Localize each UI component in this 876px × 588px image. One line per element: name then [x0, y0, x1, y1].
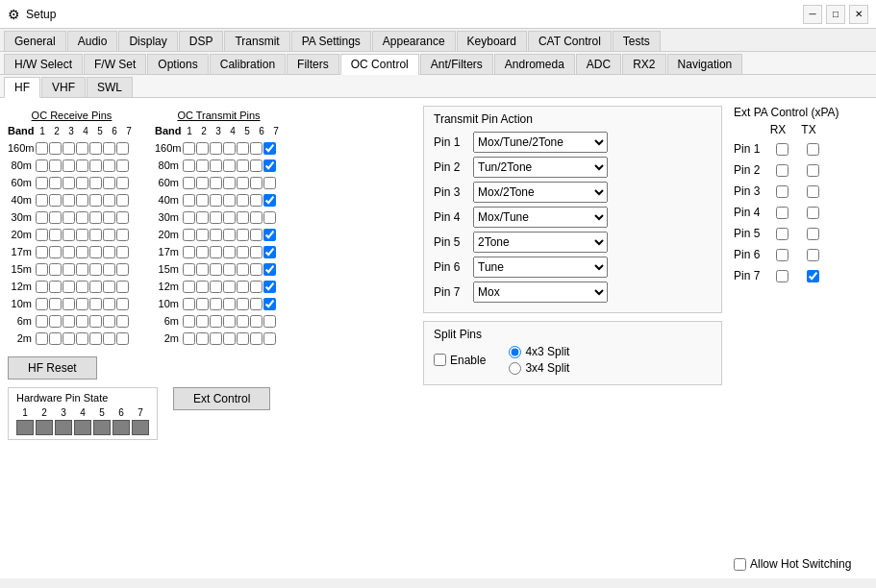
ocReceiveGrid-cb-30m-pin3[interactable]: [63, 211, 75, 224]
ext-pa-rx-1[interactable]: [776, 143, 788, 156]
top-tab-keyboard[interactable]: Keyboard: [457, 31, 527, 51]
ocTransmitGrid-cb-160m-pin5[interactable]: [237, 142, 249, 155]
ocReceiveGrid-cb-6m-pin1[interactable]: [36, 315, 48, 328]
ocTransmitGrid-cb-80m-pin6[interactable]: [250, 159, 263, 172]
ocTransmitGrid-cb-20m-pin2[interactable]: [196, 229, 209, 241]
ocTransmitGrid-cb-30m-pin7[interactable]: [263, 211, 276, 224]
ocReceiveGrid-cb-6m-pin2[interactable]: [49, 315, 62, 328]
ocReceiveGrid-cb-15m-pin2[interactable]: [49, 263, 62, 276]
ocTransmitGrid-cb-6m-pin4[interactable]: [223, 315, 236, 328]
ocTransmitGrid-cb-10m-pin5[interactable]: [237, 298, 249, 310]
ocReceiveGrid-cb-160m-pin4[interactable]: [76, 142, 88, 155]
ocReceiveGrid-cb-60m-pin1[interactable]: [36, 177, 48, 189]
ocTransmitGrid-cb-80m-pin5[interactable]: [237, 159, 249, 172]
ext-pa-tx-1[interactable]: [807, 143, 819, 156]
ocTransmitGrid-cb-160m-pin2[interactable]: [196, 142, 209, 155]
sub-tab2-swl[interactable]: SWL: [87, 77, 133, 97]
ocReceiveGrid-cb-6m-pin5[interactable]: [89, 315, 102, 328]
ocReceiveGrid-cb-6m-pin6[interactable]: [103, 315, 115, 328]
ocTransmitGrid-cb-17m-pin5[interactable]: [237, 246, 249, 258]
ocReceiveGrid-cb-17m-pin2[interactable]: [49, 246, 62, 258]
ocReceiveGrid-cb-20m-pin6[interactable]: [103, 229, 115, 241]
ocReceiveGrid-cb-17m-pin7[interactable]: [116, 246, 129, 258]
ocTransmitGrid-cb-20m-pin6[interactable]: [250, 229, 263, 241]
ocTransmitGrid-cb-17m-pin1[interactable]: [183, 246, 195, 258]
ocTransmitGrid-cb-60m-pin3[interactable]: [210, 177, 222, 189]
ocReceiveGrid-cb-30m-pin5[interactable]: [89, 211, 102, 224]
ocTransmitGrid-cb-80m-pin3[interactable]: [210, 159, 222, 172]
ocReceiveGrid-cb-40m-pin2[interactable]: [49, 194, 62, 207]
ocReceiveGrid-cb-17m-pin3[interactable]: [63, 246, 75, 258]
ocTransmitGrid-cb-10m-pin3[interactable]: [210, 298, 222, 310]
ocReceiveGrid-cb-17m-pin5[interactable]: [89, 246, 102, 258]
top-tab-display[interactable]: Display: [118, 31, 177, 51]
ocReceiveGrid-cb-30m-pin6[interactable]: [103, 211, 115, 224]
ocTransmitGrid-cb-20m-pin4[interactable]: [223, 229, 236, 241]
ocReceiveGrid-cb-80m-pin1[interactable]: [36, 159, 48, 172]
ocReceiveGrid-cb-15m-pin7[interactable]: [116, 263, 129, 276]
ocReceiveGrid-cb-160m-pin6[interactable]: [103, 142, 115, 155]
ocTransmitGrid-cb-17m-pin4[interactable]: [223, 246, 236, 258]
ocReceiveGrid-cb-40m-pin6[interactable]: [103, 194, 115, 207]
ocTransmitGrid-cb-60m-pin2[interactable]: [196, 177, 209, 189]
ocTransmitGrid-cb-15m-pin3[interactable]: [210, 263, 222, 276]
ocTransmitGrid-cb-15m-pin7[interactable]: [263, 263, 276, 276]
ocTransmitGrid-cb-15m-pin5[interactable]: [237, 263, 249, 276]
sub-tab-adc[interactable]: ADC: [576, 54, 621, 74]
ocReceiveGrid-cb-80m-pin3[interactable]: [63, 159, 75, 172]
ocTransmitGrid-cb-2m-pin7[interactable]: [263, 332, 276, 345]
ocReceiveGrid-cb-60m-pin3[interactable]: [63, 177, 75, 189]
ocTransmitGrid-cb-6m-pin7[interactable]: [263, 315, 276, 328]
ocReceiveGrid-cb-15m-pin3[interactable]: [63, 263, 75, 276]
ocTransmitGrid-cb-80m-pin7[interactable]: [263, 159, 276, 172]
ocTransmitGrid-cb-40m-pin1[interactable]: [183, 194, 195, 207]
ocTransmitGrid-cb-160m-pin4[interactable]: [223, 142, 236, 155]
ocReceiveGrid-cb-80m-pin4[interactable]: [76, 159, 88, 172]
ocReceiveGrid-cb-40m-pin7[interactable]: [116, 194, 129, 207]
ocReceiveGrid-cb-40m-pin1[interactable]: [36, 194, 48, 207]
ocReceiveGrid-cb-30m-pin7[interactable]: [116, 211, 129, 224]
ocTransmitGrid-cb-60m-pin5[interactable]: [237, 177, 249, 189]
ocTransmitGrid-cb-12m-pin2[interactable]: [196, 281, 209, 293]
ocReceiveGrid-cb-12m-pin3[interactable]: [63, 281, 75, 293]
ocReceiveGrid-cb-15m-pin5[interactable]: [89, 263, 102, 276]
ext-pa-rx-3[interactable]: [776, 185, 788, 198]
ocTransmitGrid-cb-6m-pin6[interactable]: [250, 315, 263, 328]
ocReceiveGrid-cb-30m-pin4[interactable]: [76, 211, 88, 224]
sub-tab-options[interactable]: Options: [147, 54, 208, 74]
pin-action-select-5[interactable]: Mox/Tune/2ToneMox/TuneMox/2ToneTun/2Tone…: [473, 232, 608, 253]
ocReceiveGrid-cb-17m-pin1[interactable]: [36, 246, 48, 258]
ocTransmitGrid-cb-40m-pin4[interactable]: [223, 194, 236, 207]
ocTransmitGrid-cb-30m-pin6[interactable]: [250, 211, 263, 224]
ocTransmitGrid-cb-30m-pin5[interactable]: [237, 211, 249, 224]
ext-pa-tx-5[interactable]: [807, 228, 819, 240]
ocReceiveGrid-cb-30m-pin2[interactable]: [49, 211, 62, 224]
ext-pa-tx-2[interactable]: [807, 164, 819, 177]
ocTransmitGrid-cb-10m-pin7[interactable]: [263, 298, 276, 310]
ocTransmitGrid-cb-40m-pin2[interactable]: [196, 194, 209, 207]
ext-pa-rx-5[interactable]: [776, 228, 788, 240]
ocReceiveGrid-cb-40m-pin3[interactable]: [63, 194, 75, 207]
ocReceiveGrid-cb-60m-pin7[interactable]: [116, 177, 129, 189]
ocTransmitGrid-cb-10m-pin4[interactable]: [223, 298, 236, 310]
ocReceiveGrid-cb-2m-pin3[interactable]: [63, 332, 75, 345]
sub-tab2-hf[interactable]: HF: [4, 77, 40, 98]
top-tab-transmit[interactable]: Transmit: [224, 31, 289, 51]
ocReceiveGrid-cb-80m-pin5[interactable]: [89, 159, 102, 172]
ocReceiveGrid-cb-17m-pin4[interactable]: [76, 246, 88, 258]
ext-pa-rx-6[interactable]: [776, 249, 788, 261]
ocTransmitGrid-cb-17m-pin6[interactable]: [250, 246, 263, 258]
ocTransmitGrid-cb-17m-pin2[interactable]: [196, 246, 209, 258]
minimize-button[interactable]: ─: [803, 5, 822, 24]
ocTransmitGrid-cb-10m-pin1[interactable]: [183, 298, 195, 310]
ocTransmitGrid-cb-12m-pin5[interactable]: [237, 281, 249, 293]
ocReceiveGrid-cb-40m-pin4[interactable]: [76, 194, 88, 207]
ocReceiveGrid-cb-10m-pin4[interactable]: [76, 298, 88, 310]
ocTransmitGrid-cb-20m-pin3[interactable]: [210, 229, 222, 241]
ocTransmitGrid-cb-17m-pin3[interactable]: [210, 246, 222, 258]
ocTransmitGrid-cb-160m-pin1[interactable]: [183, 142, 195, 155]
ocTransmitGrid-cb-20m-pin7[interactable]: [263, 229, 276, 241]
ocTransmitGrid-cb-80m-pin4[interactable]: [223, 159, 236, 172]
pin-action-select-2[interactable]: Mox/Tune/2ToneMox/TuneMox/2ToneTun/2Tone…: [473, 157, 608, 178]
ocTransmitGrid-cb-12m-pin4[interactable]: [223, 281, 236, 293]
